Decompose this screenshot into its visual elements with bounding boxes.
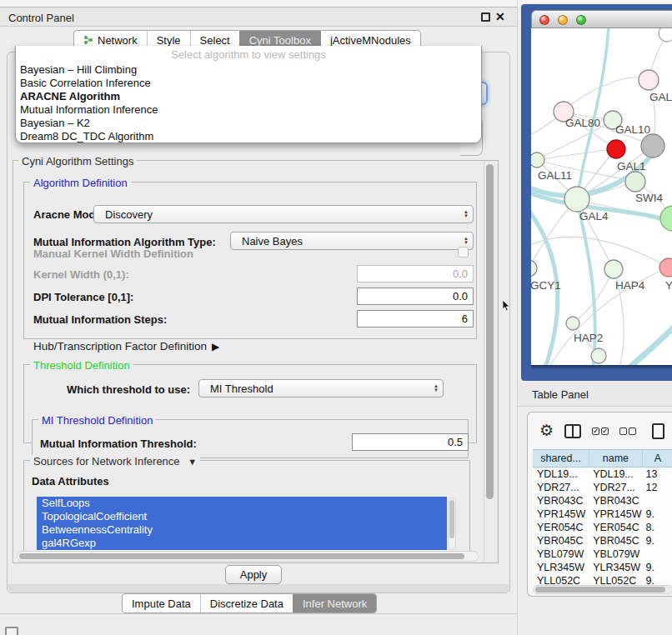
table-cell: YPR145W bbox=[533, 508, 589, 521]
manual-kernel-checkbox[interactable] bbox=[458, 247, 469, 258]
algorithm-option[interactable]: Mutual Information Inference bbox=[16, 103, 481, 117]
mi-steps-field[interactable]: 6 bbox=[357, 310, 474, 328]
network-node-GAL[interactable] bbox=[639, 70, 659, 90]
document-icon[interactable] bbox=[652, 423, 664, 439]
sources-group-title[interactable]: Sources for Network Inference ▼ bbox=[30, 455, 200, 468]
mac-minimize-button[interactable] bbox=[558, 15, 568, 25]
scrollbar-thumb[interactable] bbox=[535, 587, 665, 592]
table-row[interactable]: YLR345WYLR345W9. bbox=[533, 561, 672, 574]
tab-label: Impute Data bbox=[132, 598, 191, 610]
mi-type-value: Naive Bayes bbox=[242, 235, 303, 248]
close-icon[interactable]: ✕ bbox=[495, 10, 505, 23]
table-column-header[interactable]: name bbox=[589, 450, 641, 467]
node-label-HAP4: HAP4 bbox=[615, 279, 645, 292]
mac-close-button[interactable] bbox=[539, 15, 549, 25]
network-node[interactable] bbox=[641, 134, 664, 158]
table-horizontal-scrollbar[interactable] bbox=[533, 585, 672, 594]
tab-label: Discretize Data bbox=[210, 598, 283, 610]
attribute-item[interactable]: BetweennessCentrality bbox=[37, 523, 447, 537]
table-row[interactable]: YDR27...YDR27...12 bbox=[533, 481, 672, 494]
select-all-icon[interactable]: ✓ ✓ bbox=[592, 428, 609, 435]
control-panel-titlebar bbox=[0, 8, 517, 27]
algorithm-option[interactable]: Bayesian – K2 bbox=[16, 117, 481, 130]
scrollbar-thumb[interactable] bbox=[449, 500, 454, 538]
network-node-GAL4[interactable] bbox=[564, 187, 589, 212]
network-node-GCY1[interactable] bbox=[531, 260, 537, 277]
checked-box-icon: ✓ bbox=[601, 428, 609, 435]
attribute-item[interactable]: gal4RGexp bbox=[37, 537, 447, 550]
algorithm-option[interactable]: Bayesian – Hill Climbing bbox=[16, 63, 481, 77]
kernel-width-field[interactable]: 0.0 bbox=[357, 265, 474, 282]
which-threshold-label: Which threshold to use: bbox=[67, 383, 190, 396]
deselect-all-icon[interactable] bbox=[619, 428, 636, 435]
network-node-GAL1[interactable] bbox=[625, 172, 645, 192]
table-row[interactable]: YBR045CYBR045C9. bbox=[533, 534, 672, 548]
attribute-item[interactable]: SelfLoops bbox=[37, 497, 447, 510]
settings-horizontal-scrollbar[interactable] bbox=[17, 551, 479, 562]
mi-type-label: Mutual Information Algorithm Type: bbox=[33, 236, 216, 248]
unchecked-box-icon bbox=[629, 428, 636, 435]
mi-type-combo[interactable]: Naive Bayes ▲▼ bbox=[230, 232, 474, 250]
tab-label: Cyni Toolbox bbox=[249, 34, 311, 47]
table-row[interactable]: YER054CYER054C8. bbox=[533, 521, 672, 534]
hub-definition-label: Hub/Transcription Factor Definition bbox=[33, 340, 207, 352]
tab-discretize-data[interactable]: Discretize Data bbox=[200, 594, 293, 612]
dropdown-placeholder: Select algorithm to view settings bbox=[16, 48, 481, 63]
table-row[interactable]: YBR043CYBR043C bbox=[533, 494, 672, 508]
table-column-header[interactable]: A bbox=[642, 450, 672, 467]
algorithm-option[interactable]: ARACNE Algorithm bbox=[16, 90, 481, 103]
mi-threshold-field[interactable]: 0.5 bbox=[352, 433, 469, 451]
network-window-titlebar[interactable] bbox=[531, 10, 672, 28]
tab-label: Select bbox=[200, 34, 230, 47]
network-node[interactable] bbox=[607, 140, 625, 158]
network-node[interactable] bbox=[591, 348, 606, 363]
kernel-width-label: Kernel Width (0,1): bbox=[33, 268, 129, 281]
collapsed-panel-icon[interactable] bbox=[5, 627, 18, 635]
attributes-scrollbar[interactable] bbox=[448, 498, 456, 550]
network-node-SWI4[interactable] bbox=[660, 206, 672, 231]
table-row[interactable]: YPR145WYPR145W9. bbox=[533, 508, 672, 521]
app-root: Control Panel ✕ Network Style Select Cyn… bbox=[0, 0, 672, 635]
dpi-tolerance-field[interactable]: 0.0 bbox=[357, 288, 474, 305]
which-threshold-combo[interactable]: MI Threshold ▲▼ bbox=[198, 379, 444, 398]
network-node-Y[interactable] bbox=[659, 258, 672, 277]
float-window-icon[interactable] bbox=[481, 12, 490, 22]
dpi-tolerance-label: DPI Tolerance [0,1]: bbox=[33, 291, 133, 303]
table-cell: YER054C bbox=[533, 521, 589, 534]
data-attributes-label: Data Attributes bbox=[32, 475, 109, 488]
control-panel-title: Control Panel bbox=[8, 12, 74, 24]
apply-button[interactable]: Apply bbox=[225, 565, 282, 584]
table-cell: YDL19... bbox=[589, 468, 641, 481]
network-canvas[interactable]: GALGAL80GAL10GAL1GAL11SWI4GAL4GCY1HAP4YH… bbox=[531, 28, 672, 365]
network-node-HAP4[interactable] bbox=[604, 260, 623, 278]
table-cell: YBR045C bbox=[589, 534, 641, 548]
node-label-HAP2: HAP2 bbox=[574, 332, 603, 344]
tab-infer-network[interactable]: Infer Network bbox=[293, 594, 376, 612]
scrollbar-thumb[interactable] bbox=[19, 553, 464, 559]
column-layout-icon[interactable] bbox=[564, 424, 581, 438]
mac-zoom-button[interactable] bbox=[576, 15, 586, 25]
aracne-mode-combo[interactable]: Discovery ▲▼ bbox=[93, 205, 474, 223]
node-label-GAL80: GAL80 bbox=[565, 117, 600, 129]
gear-icon[interactable]: ⚙ bbox=[539, 422, 554, 439]
table-row[interactable]: YBL079WYBL079W bbox=[533, 548, 672, 561]
data-attributes-list: SelfLoopsTopologicalCoefficientBetweenne… bbox=[37, 497, 447, 552]
algorithm-option[interactable]: Basic Correlation Inference bbox=[16, 77, 481, 90]
network-node-GAL11[interactable] bbox=[531, 152, 544, 168]
algorithm-options: Bayesian – Hill ClimbingBasic Correlatio… bbox=[16, 63, 481, 143]
algorithm-option[interactable]: Dream8 DC_TDC Algorithm bbox=[16, 130, 481, 143]
scrollbar-thumb[interactable] bbox=[486, 164, 494, 499]
table-cell: YLR345W bbox=[589, 561, 641, 574]
table-cell: YBR043C bbox=[533, 494, 589, 508]
tab-impute-data[interactable]: Impute Data bbox=[123, 594, 200, 612]
attribute-item[interactable]: TopologicalCoefficient bbox=[37, 510, 447, 523]
table-row[interactable]: YDL19...YDL19...13 bbox=[533, 468, 672, 481]
network-node[interactable] bbox=[659, 28, 672, 42]
table-column-header[interactable]: shared... bbox=[533, 450, 589, 467]
settings-vertical-scrollbar[interactable] bbox=[484, 162, 495, 562]
table-cell: YPR145W bbox=[589, 508, 641, 521]
hub-definition-expander[interactable]: Hub/Transcription Factor Definition▶ bbox=[33, 340, 219, 352]
threshold-definition-title: Threshold Definition bbox=[30, 359, 133, 372]
table-cell: YER054C bbox=[589, 521, 641, 534]
network-node-HAP2[interactable] bbox=[566, 317, 579, 330]
